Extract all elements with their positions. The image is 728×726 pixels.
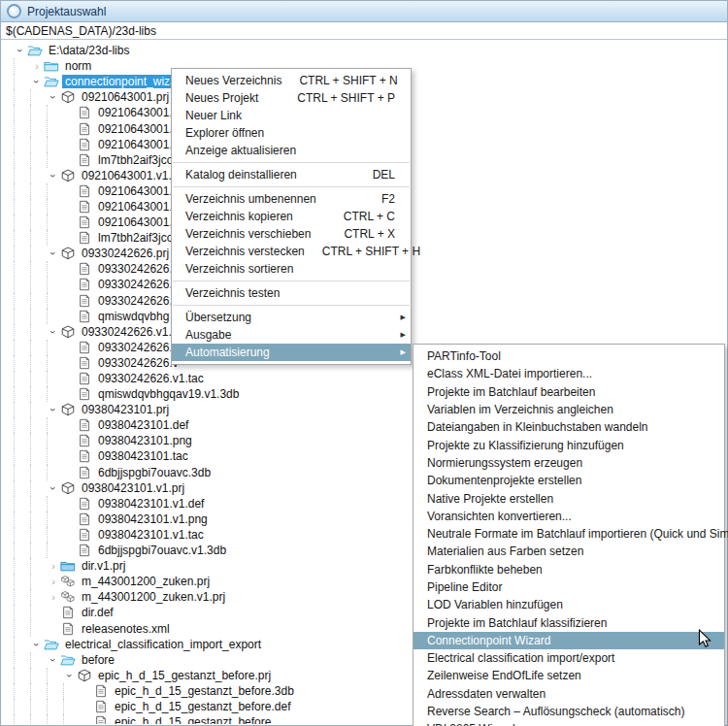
- expand-icon[interactable]: ›: [47, 575, 60, 588]
- collapse-icon[interactable]: ›: [63, 669, 77, 682]
- tree-item-dir-def[interactable]: dir.def: [79, 606, 116, 619]
- submenu-item-partinfo-tool[interactable]: PARTinfo-Tool: [414, 347, 724, 365]
- menu-item-verzeichnis-umbenennen[interactable]: Verzeichnis umbenennenF2: [172, 190, 411, 208]
- tree-item-6dbjjspgbi7ouavc-v1-3db[interactable]: 6dbjjspgbi7ouavc.v1.3db: [95, 544, 229, 557]
- submenu-item-projekte-im-batchlauf-bearbeiten[interactable]: Projekte im Batchlauf bearbeiten: [414, 383, 724, 401]
- submenu-item-neutrale-formate-im-batchlauf-importieren-quick-und-simple[interactable]: Neutrale Formate im Batchlauf importiere…: [414, 525, 724, 543]
- collapse-icon[interactable]: ›: [14, 44, 27, 57]
- tree-item-09210643001-v[interactable]: 09210643001.v: [95, 184, 182, 198]
- submenu-item-variablen-im-verzeichnis-angleichen[interactable]: Variablen im Verzeichnis angleichen: [414, 401, 724, 418]
- tree-item-e-data-23d-libs[interactable]: E:\data/23d-libs: [46, 44, 132, 57]
- menu-item-neues-verzeichnis[interactable]: Neues VerzeichnisCTRL + SHIFT + N: [172, 72, 411, 89]
- collapse-icon[interactable]: ›: [47, 653, 60, 667]
- tree-item-09210643001-p[interactable]: 09210643001.p: [95, 122, 182, 136]
- menu-item-neuer-link[interactable]: Neuer Link: [172, 107, 411, 124]
- submenu-item-dokumentenprojekte-erstellen[interactable]: Dokumentenprojekte erstellen: [414, 472, 724, 489]
- submenu-item-voransichten-konvertieren[interactable]: Voransichten konvertieren...: [414, 508, 724, 525]
- collapse-icon[interactable]: ›: [47, 247, 60, 260]
- tree-item-m-443001200-zuken-v1-prj[interactable]: m_443001200_zuken.v1.prj: [79, 590, 228, 604]
- tree-item-09210643001-v[interactable]: 09210643001.v: [95, 200, 182, 214]
- submenu-item-farbkonflikte-beheben[interactable]: Farbkonflikte beheben: [414, 561, 724, 578]
- path-input[interactable]: $(CADENAS_DATA)/23d-libs: [1, 22, 727, 40]
- submenu-item-zeilenweise-endoflife-setzen[interactable]: Zeilenweise EndOfLife setzen: [414, 667, 724, 684]
- tree-item-09330242626-prj[interactable]: 09330242626.prj: [79, 247, 172, 260]
- collapse-icon[interactable]: ›: [47, 90, 60, 104]
- submenu-item-vdi-3805-wizard[interactable]: VDI 3805 Wizard: [414, 720, 724, 726]
- submenu-item-pipeline-editor[interactable]: Pipeline Editor: [414, 578, 724, 596]
- tree-item-09380423101-png[interactable]: 09380423101.png: [95, 434, 195, 447]
- collapse-icon[interactable]: ›: [30, 75, 44, 88]
- tree-item-lm7tbh2aif3jco[interactable]: lm7tbh2aif3jco: [95, 153, 176, 167]
- tree-item-09210643001-v[interactable]: 09210643001.v: [95, 215, 182, 229]
- tree-item-09330242626-d[interactable]: 09330242626.d: [95, 262, 182, 276]
- tree-item-norm[interactable]: norm: [62, 59, 94, 73]
- submenu-item-electrical-classification-import-export[interactable]: Electrical classification import/export: [414, 649, 724, 667]
- menu-item-verzeichnis-kopieren[interactable]: Verzeichnis kopierenCTRL + C: [172, 208, 411, 225]
- menu-item-explorer-ffnen[interactable]: Explorer öffnen: [172, 124, 411, 142]
- menu-item-ausgabe[interactable]: Ausgabe▶: [172, 326, 411, 344]
- submenu-item-adressdaten-verwalten[interactable]: Adressdaten verwalten: [414, 685, 724, 703]
- menu-item-label: Native Projekte erstellen: [427, 492, 553, 506]
- submenu-item-normierungssystem-erzeugen[interactable]: Normierungssystem erzeugen: [414, 454, 724, 472]
- tree-item-electrical-classification-import-export[interactable]: electrical_classification_import_export: [62, 638, 264, 651]
- collapse-icon[interactable]: ›: [47, 481, 60, 495]
- submenu-item-lod-variablen-hinzuf-gen[interactable]: LOD Variablen hinzufügen: [414, 596, 724, 613]
- submenu-item-projekte-zu-klassifizierung-hinzuf-gen[interactable]: Projekte zu Klassifizierung hinzufügen: [414, 436, 724, 453]
- tree-guide-line: [30, 620, 47, 636]
- menu-item-verzeichnis-verstecken[interactable]: Verzeichnis versteckenCTRL + SHIFT + H: [172, 243, 411, 260]
- tree-item-09210643001-prj[interactable]: 09210643001.prj: [79, 90, 172, 104]
- cube-icon: [60, 403, 79, 417]
- submenu-item-native-projekte-erstellen[interactable]: Native Projekte erstellen: [414, 489, 724, 507]
- tree-item-epic-h-d-15-gestanzt-before-def[interactable]: epic_h_d_15_gestanzt_before.def: [112, 700, 293, 713]
- collapse-icon[interactable]: ›: [47, 325, 60, 339]
- file-icon: [77, 512, 95, 526]
- collapse-icon[interactable]: ›: [47, 403, 60, 416]
- submenu-item-materialien-aus-farben-setzen[interactable]: Materialien aus Farben setzen: [414, 543, 724, 560]
- tree-item-dir-v1-prj[interactable]: dir.v1.prj: [79, 559, 128, 573]
- submenu-item-projekte-im-batchlauf-klassifizieren[interactable]: Projekte im Batchlauf klassifizieren: [414, 613, 724, 631]
- tree-item-lm7tbh2aif3jco[interactable]: lm7tbh2aif3jco: [95, 231, 176, 245]
- menu-item-verzeichnis-testen[interactable]: Verzeichnis testen: [172, 284, 411, 302]
- submenu-item-eclass-xml-datei-importieren[interactable]: eClass XML-Datei importieren...: [414, 365, 724, 382]
- tree-item-09380423101-tac[interactable]: 09380423101.tac: [95, 449, 191, 463]
- expand-icon[interactable]: ›: [47, 559, 60, 573]
- menu-item-katalog-deinstallieren[interactable]: Katalog deinstallierenDEL: [172, 166, 411, 183]
- tree-item-09330242626-v[interactable]: 09330242626.v: [95, 341, 182, 354]
- tree-guide-line: [47, 683, 63, 699]
- tree-item-09380423101-def[interactable]: 09380423101.def: [95, 418, 191, 432]
- menu-item-anzeige-aktualisieren[interactable]: Anzeige aktualisieren: [172, 142, 411, 159]
- tree-item-09380423101-v1-def[interactable]: 09380423101.v1.def: [95, 497, 207, 511]
- expand-icon[interactable]: ›: [30, 59, 44, 73]
- tree-item-09330242626-p[interactable]: 09330242626.p: [95, 278, 182, 291]
- tree-item-epic-h-d-15-gestanzt-before-prj[interactable]: epic_h_d_15_gestanzt_before.prj: [95, 669, 274, 682]
- tree-item-before[interactable]: before: [79, 653, 117, 667]
- submenu-item-connectionpoint-wizard[interactable]: Connectionpoint Wizard: [414, 632, 724, 649]
- menu-item-verzeichnis-verschieben[interactable]: Verzeichnis verschiebenCTRL + X: [172, 225, 411, 243]
- tree-item-09380423101-v1-prj[interactable]: 09380423101.v1.prj: [79, 481, 187, 495]
- collapse-icon[interactable]: ›: [47, 169, 60, 182]
- tree-item-09210643001-d[interactable]: 09210643001.d: [95, 106, 182, 119]
- menu-item-neues-projekt[interactable]: Neues ProjektCTRL + SHIFT + P: [172, 89, 411, 107]
- tree-item-qmiswdqvbhg[interactable]: qmiswdqvbhg: [95, 310, 172, 323]
- tree-item-09330242626-t[interactable]: 09330242626.t: [95, 294, 179, 308]
- tree-item-09330242626-v[interactable]: 09330242626.v: [95, 356, 182, 370]
- menu-item-verzeichnis-sortieren[interactable]: Verzeichnis sortieren: [172, 260, 411, 278]
- submenu-arrow-icon: ▶: [401, 314, 406, 321]
- tree-item-09380423101-prj[interactable]: 09380423101.prj: [79, 403, 172, 416]
- tree-item-6dbjjspgbi7ouavc-3db[interactable]: 6dbjjspgbi7ouavc.3db: [95, 466, 214, 479]
- tree-item-09380423101-v1-tac[interactable]: 09380423101.v1.tac: [95, 528, 207, 542]
- tree-item-epic-h-d-15-gestanzt-before[interactable]: epic_h_d_15_gestanzt_before: [112, 715, 274, 724]
- submenu-item-reverse-search-aufl-sungscheck-automatisch[interactable]: Reverse Search – Auflösungscheck (automa…: [414, 703, 724, 720]
- tree-item-epic-h-d-15-gestanzt-before-3db[interactable]: epic_h_d_15_gestanzt_before.3db: [112, 684, 297, 698]
- tree-item-09330242626-v1-tac[interactable]: 09330242626.v1.tac: [95, 372, 207, 385]
- tree-guide-line: [30, 512, 47, 527]
- tree-item-qmiswdqvbhgqav19-v1-3db[interactable]: qmiswdqvbhgqav19.v1.3db: [95, 387, 242, 401]
- submenu-item-dateiangaben-in-kleinbuchstaben-wandeln[interactable]: Dateiangaben in Kleinbuchstaben wandeln: [414, 418, 724, 436]
- menu-item-bersetzung[interactable]: Übersetzung▶: [172, 309, 411, 326]
- collapse-icon[interactable]: ›: [30, 638, 44, 651]
- tree-item-09380423101-v1-png[interactable]: 09380423101.v1.png: [95, 512, 211, 526]
- menu-item-automatisierung[interactable]: Automatisierung▶: [172, 344, 411, 361]
- tree-item-releasenotes-xml[interactable]: releasenotes.xml: [79, 622, 173, 636]
- tree-item-m-443001200-zuken-prj[interactable]: m_443001200_zuken.prj: [79, 575, 213, 588]
- expand-icon[interactable]: ›: [47, 590, 60, 604]
